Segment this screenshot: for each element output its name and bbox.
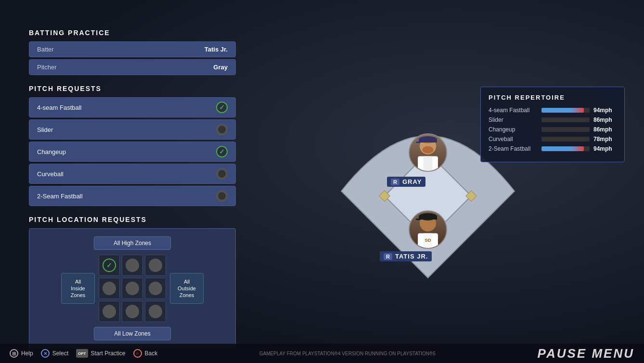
zone-dot-2-2	[149, 305, 162, 318]
zone-dot-2-1	[126, 305, 139, 318]
zone-cell-2-0[interactable]	[99, 301, 120, 322]
rep-speed-0: 94mph	[593, 107, 612, 114]
pitcher-name: GRAY	[402, 178, 422, 185]
pitch-requests-section: PITCH REQUESTS 4-seam Fastball Slider Ch…	[29, 85, 236, 206]
options-icon: OPT	[76, 349, 88, 358]
zone-dot-1-1	[126, 282, 139, 295]
start-practice-label: Start Practice	[91, 350, 126, 357]
zone-cell-2-2[interactable]	[145, 301, 166, 322]
rep-bar-container-0	[541, 108, 590, 113]
gameplay-disclaimer: GAMEPLAY FROM PLAYSTATION®4 VERSION RUNN…	[259, 351, 436, 356]
gamepad-icon: ⊞	[10, 349, 18, 358]
pitch-row-0[interactable]: 4-seam Fastball	[29, 97, 236, 117]
zone-cell-0-2[interactable]	[145, 255, 166, 276]
pitcher-badge: R GRAY	[387, 177, 425, 187]
rep-name-0: 4-seam Fastball	[489, 107, 541, 114]
all-low-btn[interactable]: All Low Zones	[94, 327, 171, 340]
cross-icon: ✕	[41, 349, 50, 358]
zone-cell-0-0[interactable]	[99, 255, 120, 276]
batting-practice-title: BATTING PRACTICE	[29, 29, 236, 37]
rep-bar-container-4	[541, 146, 590, 151]
svg-rect-12	[416, 142, 421, 143]
pitch-name-0: 4-seam Fastball	[37, 104, 81, 111]
rep-speed-4: 94mph	[593, 145, 612, 152]
rep-bar-container-2	[541, 127, 590, 132]
pitch-location-section: PITCH LOCATION REQUESTS All High Zones A…	[29, 216, 236, 349]
repertoire-title: PITCH REPERTOIRE	[489, 94, 617, 101]
rep-bar-3	[541, 137, 571, 142]
svg-rect-11	[419, 139, 437, 143]
zone-dot-2-0	[103, 305, 116, 318]
rep-bar-1	[541, 117, 578, 122]
pitcher-label: Pitcher	[37, 64, 56, 71]
zone-cell-1-2[interactable]	[145, 278, 166, 299]
zone-check-0-0	[103, 259, 116, 272]
zone-grid	[99, 255, 166, 322]
pitcher-hand: R	[391, 179, 399, 185]
select-label: Select	[52, 350, 68, 357]
pitcher-label-card: R GRAY	[387, 177, 425, 187]
pitch-requests-title: PITCH REQUESTS	[29, 85, 236, 92]
zone-dot-0-1	[126, 259, 139, 272]
zone-cell-1-0[interactable]	[99, 278, 120, 299]
pitch-row-1[interactable]: Slider	[29, 119, 236, 140]
pitch-name-4: 2-Seam Fastball	[37, 193, 83, 200]
zone-cell-2-1[interactable]	[122, 301, 143, 322]
svg-rect-9	[424, 156, 433, 171]
batter-badge: R TATIS JR.	[380, 251, 432, 261]
rep-bar-0	[541, 108, 584, 113]
pitch-name-1: Slider	[37, 126, 53, 133]
location-grid-container: All High Zones AllInsideZones	[29, 228, 236, 349]
zone-dot-1-0	[103, 282, 116, 295]
field-area: R GRAY SD	[221, 29, 634, 334]
zone-cell-0-1[interactable]	[122, 255, 143, 276]
control-back[interactable]: ○ Back	[133, 349, 158, 358]
rep-name-2: Changeup	[489, 126, 541, 133]
zone-dot-0-2	[149, 259, 162, 272]
rep-name-3: Curveball	[489, 136, 541, 143]
bottom-bar: ⊞ Help ✕ Select OPT Start Practice ○ Bac…	[0, 344, 644, 363]
control-start-practice[interactable]: OPT Start Practice	[76, 349, 125, 358]
pitch-row-4[interactable]: 2-Seam Fastball	[29, 186, 236, 206]
rep-row-0: 4-seam Fastball 94mph	[489, 107, 617, 114]
pitch-name-2: Changeup	[37, 148, 66, 156]
grid-middle: AllInsideZones	[37, 255, 228, 322]
content-wrapper: BATTING PRACTICE Batter Tatis Jr. Pitche…	[0, 0, 644, 363]
all-inside-btn[interactable]: AllInsideZones	[61, 273, 95, 304]
control-help: ⊞ Help	[10, 349, 33, 358]
rep-name-4: 2-Seam Fastball	[489, 145, 541, 152]
circle-icon: ○	[133, 349, 142, 358]
svg-point-7	[423, 146, 434, 154]
control-select: ✕ Select	[41, 349, 68, 358]
rep-speed-3: 78mph	[593, 136, 612, 143]
bottom-controls: ⊞ Help ✕ Select OPT Start Practice ○ Bac…	[10, 349, 157, 358]
batter-name: TATIS JR.	[395, 253, 428, 260]
back-label: Back	[145, 350, 158, 357]
rep-name-1: Slider	[489, 117, 541, 123]
pitcher-avatar	[409, 133, 447, 172]
zone-cell-1-1[interactable]	[122, 278, 143, 299]
batter-hand: R	[384, 253, 392, 260]
all-outside-btn[interactable]: AllOutsideZones	[170, 273, 204, 304]
rep-bar-container-1	[541, 117, 590, 122]
all-high-btn[interactable]: All High Zones	[94, 236, 171, 250]
svg-text:SD: SD	[425, 237, 431, 243]
rep-row-4: 2-Seam Fastball 94mph	[489, 145, 617, 152]
rep-bar-container-3	[541, 137, 590, 142]
batter-row: Batter Tatis Jr.	[29, 41, 236, 57]
rep-bar-2	[541, 127, 578, 132]
help-label: Help	[21, 350, 33, 357]
batter-label: Batter	[37, 46, 54, 53]
rep-row-1: Slider 86mph	[489, 117, 617, 123]
batter-avatar: SD	[409, 210, 447, 249]
rep-row-2: Changeup 86mph	[489, 126, 617, 133]
pitch-location-title: PITCH LOCATION REQUESTS	[29, 216, 236, 223]
svg-rect-19	[419, 216, 437, 220]
batter-label-card: R TATIS JR.	[380, 251, 432, 261]
repertoire-panel: PITCH REPERTOIRE 4-seam Fastball 94mph S…	[480, 87, 625, 162]
pitch-name-3: Curveball	[37, 170, 64, 178]
pitch-row-3[interactable]: Curveball	[29, 164, 236, 184]
rep-row-3: Curveball 78mph	[489, 136, 617, 143]
pitch-row-2[interactable]: Changeup	[29, 142, 236, 162]
pitcher-row: Pitcher Gray	[29, 59, 236, 75]
